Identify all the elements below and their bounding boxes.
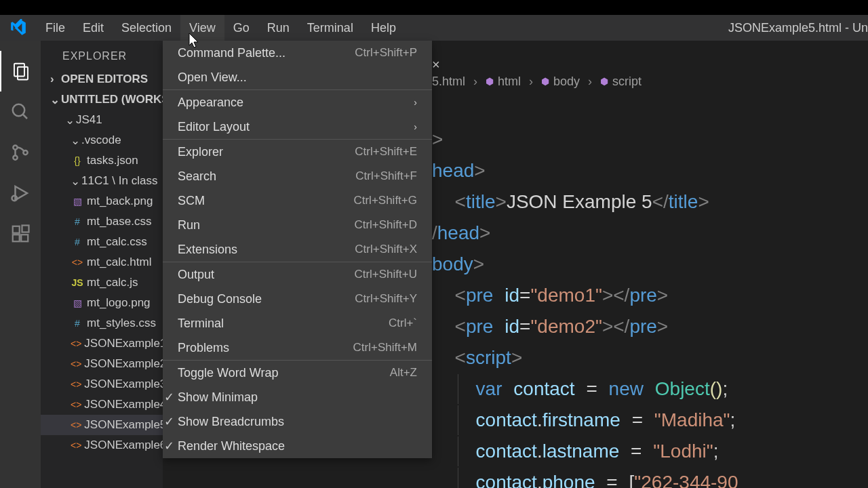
open-editors-section[interactable]: ›OPEN EDITORS: [41, 69, 163, 89]
menu-view[interactable]: View: [180, 15, 224, 41]
folder-row[interactable]: ⌄.vscode: [41, 130, 163, 150]
menu-item-word-wrap[interactable]: Toggle Word WrapAlt+Z: [163, 361, 432, 385]
menu-item-explorer[interactable]: ExplorerCtrl+Shift+E: [163, 140, 432, 164]
menu-item-terminal[interactable]: TerminalCtrl+`: [163, 311, 432, 336]
svg-rect-10: [22, 226, 29, 232]
menu-item-problems[interactable]: ProblemsCtrl+Shift+M: [163, 336, 432, 360]
file-row[interactable]: {}tasks.json: [41, 150, 163, 171]
folder-row[interactable]: ⌄11C1 \ In class: [41, 171, 163, 191]
file-row[interactable]: <>JSONExample2: [41, 354, 163, 374]
menu-run[interactable]: Run: [258, 15, 298, 41]
file-row[interactable]: ▧mt_logo.png: [41, 293, 163, 313]
menu-bar: File Edit Selection View Go Run Terminal…: [0, 15, 868, 41]
window-title: JSONExample5.html - Un: [728, 21, 868, 35]
menu-terminal[interactable]: Terminal: [298, 15, 362, 41]
file-row[interactable]: <>JSONExample6: [41, 435, 163, 455]
svg-point-4: [13, 155, 17, 159]
extensions-icon[interactable]: [0, 214, 41, 254]
source-control-icon[interactable]: [0, 132, 41, 173]
mouse-cursor-icon: [189, 33, 201, 52]
svg-point-2: [13, 104, 25, 117]
editor-area: × 5.html› ⬢html› ⬢body› ⬢script > head> …: [432, 41, 868, 488]
menu-item-output[interactable]: OutputCtrl+Shift+U: [163, 262, 432, 287]
file-row[interactable]: <>mt_calc.html: [41, 252, 163, 272]
files-icon[interactable]: [0, 51, 41, 92]
file-row[interactable]: ▧mt_back.png: [41, 191, 163, 211]
close-icon[interactable]: ×: [432, 57, 440, 73]
file-row[interactable]: #mt_calc.css: [41, 232, 163, 252]
menu-edit[interactable]: Edit: [74, 15, 113, 41]
file-row[interactable]: <>JSONExample5: [41, 415, 163, 435]
menu-help[interactable]: Help: [362, 15, 405, 41]
menu-item-command-palette[interactable]: Command Palette...Ctrl+Shift+P: [163, 41, 432, 65]
search-icon[interactable]: [0, 92, 41, 132]
file-row[interactable]: <>JSONExample3: [41, 374, 163, 394]
breadcrumb[interactable]: 5.html› ⬢html› ⬢body› ⬢script: [432, 41, 868, 81]
file-row[interactable]: JSmt_calc.js: [41, 272, 163, 293]
menu-file[interactable]: File: [37, 15, 74, 41]
svg-rect-0: [14, 64, 24, 77]
menu-go[interactable]: Go: [224, 15, 258, 41]
svg-rect-8: [13, 235, 20, 241]
file-row[interactable]: <>JSONExample1: [41, 333, 163, 354]
folder-row[interactable]: ⌄JS41: [41, 110, 163, 130]
file-row[interactable]: #mt_base.css: [41, 211, 163, 232]
menu-item-minimap[interactable]: ✓Show Minimap: [163, 385, 432, 409]
menu-item-run[interactable]: RunCtrl+Shift+D: [163, 213, 432, 237]
svg-rect-9: [21, 235, 28, 241]
svg-rect-7: [13, 226, 20, 233]
menu-item-debug-console[interactable]: Debug ConsoleCtrl+Shift+Y: [163, 287, 432, 311]
menu-item-extensions[interactable]: ExtensionsCtrl+Shift+X: [163, 237, 432, 262]
explorer-sidebar: EXPLORER ›OPEN EDITORS ⌄UNTITLED (WORKSP…: [41, 41, 163, 488]
run-debug-icon[interactable]: [0, 173, 41, 214]
activity-bar: [0, 41, 41, 488]
menu-selection[interactable]: Selection: [113, 15, 180, 41]
file-row[interactable]: #mt_styles.css: [41, 313, 163, 333]
code-editor[interactable]: > head> <title>JSON Example 5</title> /h…: [432, 81, 868, 488]
sidebar-title: EXPLORER: [41, 41, 163, 69]
menu-item-open-view[interactable]: Open View...: [163, 65, 432, 89]
svg-point-5: [23, 150, 27, 155]
menu-item-editor-layout[interactable]: Editor Layout›: [163, 115, 432, 139]
workspace-section[interactable]: ⌄UNTITLED (WORKSP: [41, 89, 163, 110]
menu-item-whitespace[interactable]: ✓Render Whitespace: [163, 434, 432, 458]
menu-item-breadcrumbs[interactable]: ✓Show Breadcrumbs: [163, 409, 432, 434]
file-row[interactable]: <>JSONExample4: [41, 394, 163, 415]
menu-item-search[interactable]: SearchCtrl+Shift+F: [163, 164, 432, 188]
svg-point-3: [13, 145, 17, 149]
menu-item-appearance[interactable]: Appearance›: [163, 90, 432, 115]
view-menu-dropdown: Command Palette...Ctrl+Shift+P Open View…: [163, 41, 432, 458]
svg-rect-1: [18, 67, 28, 80]
vscode-logo: [0, 19, 37, 37]
menu-item-scm[interactable]: SCMCtrl+Shift+G: [163, 188, 432, 213]
